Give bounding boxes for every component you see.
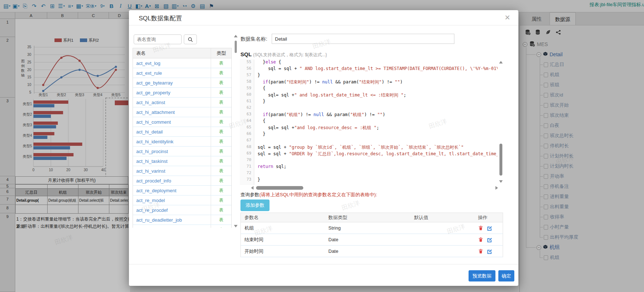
table-name-link[interactable]: act_re_deployment [133,186,211,195]
editor-hscrollbar [251,186,498,190]
param-default [410,222,474,234]
table-name-link[interactable]: act_hi_comment [133,117,211,127]
table-type-value: 表 [211,186,231,195]
table-list-row[interactable]: act_hi_identitylink表 [133,137,231,147]
table-name-link[interactable]: act_re_model [133,196,211,205]
search-icon [187,37,193,42]
table-name-link[interactable]: act_ru_deadletter_job [133,215,211,225]
table-name-link[interactable]: act_hi_procinst [133,147,211,156]
delete-param-icon[interactable] [478,248,483,254]
param-type: String [325,222,410,234]
code-line: } [258,73,498,79]
code-line: sql= sql +" and log.start_date_time_lt <… [258,92,498,99]
params-header-row: 参数名数据类型默认值操作 [241,213,503,222]
table-name-link[interactable]: act_procdef_info [133,176,211,185]
table-list-row[interactable]: act_re_procdef表 [133,205,231,215]
table-type-value: 表 [211,98,231,107]
table-list-row[interactable]: act_hi_comment表 [133,117,231,127]
sql-label-text: SQL [240,51,252,57]
add-param-button[interactable]: 添加参数 [240,200,270,211]
table-list-row[interactable]: act_ge_bytearray表 [133,78,231,88]
table-list-header: 表名类型 [133,48,231,58]
table-list-row[interactable]: act_hi_varinst表 [133,166,231,176]
table-search-input[interactable] [134,34,182,44]
editor-scroll-left[interactable] [251,186,254,190]
preview-data-button[interactable]: 预览数据 [469,270,495,281]
table-type-value: 表 [211,156,231,166]
modal-header: SQL数据集配置 ✕ [129,10,518,25]
table-list-row[interactable]: act_re_model表 [133,196,231,205]
table-name-link[interactable]: act_hi_attachment [133,107,211,117]
table-name-link[interactable]: act_hi_detail [133,127,211,136]
table-list-row[interactable]: act_ext_rule表 [133,68,231,78]
table-list-row[interactable]: act_hi_detail表 [133,127,231,137]
param-name: 机组 [241,222,325,234]
table-name-link[interactable]: act_hi_identitylink [133,137,211,146]
table-list-row[interactable]: act_hi_procinst表 [133,147,231,156]
close-icon[interactable]: ✕ [505,13,510,22]
table-type-value: 表 [211,215,231,225]
table-type-value: 表 [211,225,231,228]
table-name-link[interactable]: act_hi_actinst [133,98,211,107]
scroll-down-arrow[interactable] [234,225,238,227]
table-name-link[interactable]: act_ext_rule [133,68,211,78]
table-type-value: 表 [211,107,231,117]
table-type-value: 表 [211,78,231,87]
app-screen: ▤▾▣▾⎘↷↶⊞☰▾≡▾▦▾宋体▾9▾BIU◧▾A▾⊠▧▥▾◔▾⚙▤⚑ 报表:j… [0,0,644,292]
delete-param-icon[interactable] [478,237,483,242]
editor-scroll-right[interactable] [495,186,498,190]
delete-param-icon[interactable] [478,225,483,231]
edit-param-icon[interactable] [487,248,492,254]
table-list-row[interactable]: act_procdef_info表 [133,176,231,186]
param-default [410,234,474,245]
code-line: { [258,86,498,92]
scroll-up-arrow[interactable] [234,35,238,37]
sql-hint: (SQL支持表达式，格式为: ${表达式...} [253,52,327,57]
table-type-value: 表 [211,88,231,97]
table-list-row[interactable]: act_ge_property表 [133,88,231,98]
table-list-row[interactable]: act_ru_deadletter_job表 [133,215,231,225]
table-list-row[interactable]: act_ru_event_subscr表 [133,225,231,228]
ok-button[interactable]: 确定 [498,270,514,281]
editor-scroll-down[interactable] [499,180,503,183]
code-line: } [258,131,498,138]
code-line: sql = sql + "ORDER by `汇总日`,log.resource… [258,151,498,157]
table-list-row[interactable]: act_hi_attachment表 [133,107,231,117]
sql-section-label: SQL (SQL支持表达式，格式为: ${表达式...} [240,51,327,58]
modal-footer: 预览数据 确定 [129,264,518,286]
table-list-row[interactable]: act_re_deployment表 [133,186,231,196]
code-line: sql = sql + "group by `班次id`, `机组`, `班组`… [258,144,498,151]
param-name: 结束时间 [241,234,325,245]
code-line: sql = sql + " AND log.start_date_time_lt… [258,66,498,73]
code-line: { [258,118,498,125]
params-table: 参数名数据类型默认值操作机组String结束时间Date开始时间Date [240,213,503,257]
table-type-value: 表 [211,147,231,156]
editor-hthumb[interactable] [256,186,303,190]
edit-param-icon[interactable] [487,237,492,242]
table-name-link[interactable]: act_hi_varinst [133,166,211,176]
sql-editor[interactable]: 55565758596061626364656667686970717273 }… [240,59,498,185]
editor-scroll-up[interactable] [499,61,503,63]
table-type-value: 表 [211,127,231,136]
table-list-row[interactable]: act_hi_taskinst表 [133,156,231,166]
col-table-type: 类型 [211,48,231,58]
list-scrollbar [234,33,238,229]
editor-line-numbers: 55565758596061626364656667686970717273 [240,59,254,185]
table-name-link[interactable]: act_ge_property [133,88,211,97]
table-list-row[interactable]: act_hi_actinst表 [133,98,231,107]
code-line: if(param("结束时间") != null && param("结束时间"… [258,79,498,86]
table-name-link[interactable]: act_ge_bytearray [133,78,211,87]
table-name-link[interactable]: act_hi_taskinst [133,156,211,166]
code-line [258,105,498,112]
table-type-value: 表 [211,205,231,215]
scroll-thumb[interactable] [235,41,237,53]
dataset-name-input[interactable] [272,34,454,44]
table-name-link[interactable]: act_ru_event_subscr [133,225,211,228]
table-list-row[interactable]: act_evt_log表 [133,58,231,68]
search-button[interactable] [184,34,197,44]
editor-code[interactable]: }else { sql = sql + " AND log.start_date… [254,59,498,185]
table-name-link[interactable]: act_re_procdef [133,205,211,215]
table-name-link[interactable]: act_evt_log [133,58,211,68]
editor-vthumb[interactable] [499,144,502,176]
edit-param-icon[interactable] [487,225,492,231]
